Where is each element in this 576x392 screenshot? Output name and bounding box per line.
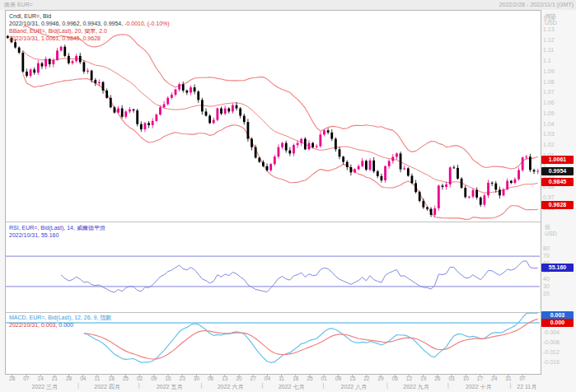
x-axis-week-label: 14 [35, 376, 46, 381]
price-axis-tick: 1.09 [543, 68, 574, 75]
price-axis-tick: 1.06 [543, 100, 574, 106]
candle-legend-title: Cndl, EUR=, Bid [9, 13, 51, 19]
x-axis-week-label: 28 [63, 376, 75, 381]
price-axis-tick: 1.04 [543, 121, 574, 128]
x-axis-week-label: 02 [134, 376, 146, 381]
price-axis-tick: 1.13 [543, 26, 574, 33]
x-axis-week-label: 28 [7, 376, 18, 381]
x-axis-month-separator: | [262, 382, 264, 388]
rsi-legend-value: 2022/10/31, 55.160 [9, 232, 59, 238]
macd-axis-tick: -0.004 [543, 329, 574, 336]
x-axis-week-label: 05 [389, 376, 400, 381]
price-axis-tick: 1.08 [543, 79, 574, 86]
rsi-axis-tick: 30 [543, 283, 574, 290]
x-axis-month-separator: | [447, 382, 449, 388]
x-axis-month-label: 2022 七月 [279, 383, 305, 391]
macd-axis-tick: -0.016 [543, 359, 574, 366]
x-axis-week-label: 18 [290, 376, 302, 381]
x-axis-week-label: 04 [261, 376, 273, 381]
rsi-legend-title: RSI, EUR=, Bid(Last), 14, 威爾德平滑 [9, 225, 105, 231]
chart-canvas[interactable] [0, 0, 576, 392]
price-axis-tick: 1.12 [543, 37, 574, 44]
x-axis-month-label: 2022 九月 [403, 383, 429, 391]
x-axis-week-label: 25 [119, 376, 131, 381]
rsi-panel-legend[interactable]: RSI, EUR=, Bid(Last), 14, 威爾德平滑 2022/10/… [9, 224, 105, 239]
x-axis-week-label: 18 [105, 376, 117, 381]
x-axis-month-label: 2022 五月 [157, 383, 183, 391]
chart-application-window: { "window": { "title": "圖表 EUR=", "date_… [0, 0, 576, 392]
bband-legend-title: BBand, EUR=, Bid(Last), 20, 簡單, 2.0 [9, 28, 107, 34]
rsi-axis-tick: 20 [543, 291, 574, 297]
x-axis-week-label: 25 [304, 376, 316, 381]
x-axis-month-separator: | [138, 382, 140, 388]
price-badge: 0.9845 [541, 178, 574, 186]
x-axis-week-label: 06 [205, 376, 217, 381]
x-axis-week-label: 20 [233, 376, 245, 381]
x-axis-week-label: 31 [503, 376, 514, 381]
x-axis-week-label: 23 [176, 376, 188, 381]
x-axis-week-label: 11 [276, 376, 288, 381]
macd-panel-legend[interactable]: MACD, EUR=, Bid(Last), 12, 26, 9, 指數 202… [9, 314, 111, 329]
x-axis-week-label: 13 [219, 376, 231, 381]
x-axis-week-label: 27 [247, 376, 259, 381]
x-axis-week-label: 21 [49, 376, 60, 381]
x-axis-week-label: 03 [446, 376, 457, 381]
x-axis-month-label: 2022 十月 [466, 383, 492, 391]
price-panel-legend[interactable]: Cndl, EUR=, Bid 2022/10/31, 0.9946, 0.99… [9, 12, 170, 42]
price-axis-tick: 1.14 [543, 16, 574, 22]
macd-badge: 0.000 [541, 319, 574, 327]
x-axis-month-label: 2022 四月 [94, 383, 120, 391]
x-axis-month-label: 2022 三月 [32, 383, 59, 391]
x-axis-week-label: 26 [432, 376, 443, 381]
bband-legend-values: 2022/10/31, 1.0061, 0.9845, 0.9628 [9, 35, 101, 41]
price-badge: 1.0061 [541, 156, 574, 164]
price-axis-tick: 1.03 [543, 131, 574, 138]
x-axis-month-separator: | [201, 382, 203, 388]
x-axis-month-label: 22 11月 [517, 383, 536, 391]
x-axis-week-label: 19 [418, 376, 429, 381]
x-axis-week-label: 07 [517, 376, 528, 381]
price-badge: 0.9628 [541, 201, 574, 209]
x-axis-week-label: 22 [361, 376, 372, 381]
candle-legend-change: -0.0010, (-0.10%) [123, 21, 169, 26]
x-axis-week-label: 11 [91, 376, 103, 381]
price-axis-tick: 1.1 [543, 58, 574, 64]
rsi-badge: 55.160 [541, 264, 574, 272]
x-axis-week-label: 16 [162, 376, 174, 381]
macd-signal-legend-value: 0.000 [57, 322, 73, 328]
x-axis-week-label: 30 [190, 376, 202, 381]
macd-axis-tick: -0.008 [543, 339, 574, 346]
macd-legend-title: MACD, EUR=, Bid(Last), 12, 26, 9, 指數 [9, 315, 111, 320]
x-axis-month-separator: | [510, 382, 512, 388]
x-axis-month-label: 2022 六月 [218, 383, 244, 391]
price-axis-tick: 1.11 [543, 47, 574, 54]
x-axis-week-label: 15 [347, 376, 358, 381]
x-axis-week-label: 29 [375, 376, 386, 381]
price-badge: 0.9954 [541, 167, 574, 175]
x-axis-week-label: 10 [460, 376, 471, 381]
x-axis-week-label: 01 [318, 376, 330, 381]
x-axis-week-label: 09 [148, 376, 160, 381]
x-axis-week-label: 17 [474, 376, 485, 381]
price-axis-tick: 1.05 [543, 110, 574, 117]
x-axis-month-label: 2022 八月 [341, 383, 368, 391]
price-axis-tick: 1.07 [543, 89, 574, 96]
x-axis-week-label: 07 [21, 376, 32, 381]
macd-axis-tick: -0.012 [543, 349, 574, 356]
rsi-axis-tick: 40 [543, 276, 574, 282]
x-axis-week-label: 24 [489, 376, 500, 381]
x-axis-month-separator: | [77, 382, 79, 388]
x-axis-month-separator: | [386, 382, 388, 388]
x-axis-week-label: 08 [332, 376, 344, 381]
rsi-axis-tick: 70 [543, 253, 574, 259]
x-axis-week-label: 04 [77, 376, 89, 381]
candle-legend-ohlc: 2022/10/31, 0.9946, 0.9962, 0.9943, 0.99… [9, 21, 123, 26]
macd-legend-value: 2022/10/31, 0.003, [9, 322, 57, 328]
rsi-axis-tick: 80 [543, 245, 574, 252]
x-axis-month-separator: | [323, 382, 325, 388]
price-axis-tick: 0.97 [543, 194, 574, 201]
price-axis-tick: 1.02 [543, 142, 574, 148]
x-axis-week-label: 12 [403, 376, 414, 381]
rsi-axis-unit-label: 值USD [545, 224, 557, 237]
